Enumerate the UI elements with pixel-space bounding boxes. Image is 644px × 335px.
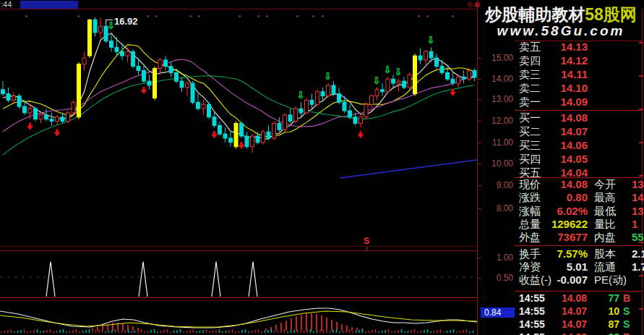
ask-row-price: 14.09 bbox=[539, 96, 588, 109]
bid-row-price: 14.08 bbox=[539, 111, 588, 124]
toolbar-dot-icon[interactable] bbox=[266, 15, 268, 17]
candle bbox=[359, 117, 363, 124]
tick-row[interactable]: 14:5514.0898B bbox=[519, 331, 644, 335]
bid-row[interactable]: 买二14.07 bbox=[519, 125, 642, 138]
panel-separator bbox=[515, 291, 643, 292]
drop-arrow-icon bbox=[211, 131, 218, 138]
candle bbox=[413, 56, 417, 94]
toolbar-dot-icon[interactable] bbox=[77, 15, 80, 17]
tick-row[interactable]: 14:5514.0710S bbox=[519, 305, 644, 317]
candle bbox=[272, 124, 276, 138]
candle bbox=[245, 136, 249, 147]
info-row: 涨跌0.80最高14 bbox=[519, 191, 644, 204]
ask-row[interactable]: 卖一14.09 bbox=[519, 96, 642, 109]
bid-row-price: 14.05 bbox=[539, 153, 588, 166]
drop-arrow-icon bbox=[54, 129, 61, 136]
selected-indicator-box[interactable] bbox=[20, 1, 78, 9]
toolbar-dot-icon[interactable] bbox=[155, 15, 158, 17]
price-axis-label: 15.00 bbox=[478, 53, 513, 63]
candle bbox=[77, 64, 81, 117]
toolbar-dot-icon[interactable] bbox=[452, 15, 454, 17]
tick-time: 14:55 bbox=[519, 305, 545, 317]
macd-yellow-line bbox=[0, 311, 477, 327]
candle bbox=[305, 100, 309, 113]
main-chart-canvas[interactable]: ⇩⇩⇩⇩⇩⇩⇩ bbox=[0, 0, 481, 335]
tick-side: S bbox=[623, 318, 630, 330]
macd-value-badge: 0.84 bbox=[481, 308, 515, 318]
price-axis-label: 13.00 bbox=[478, 94, 513, 104]
candle bbox=[180, 81, 184, 88]
tick-row[interactable]: 14:5514.0877B bbox=[519, 292, 644, 304]
price-axis-label: 8.00 bbox=[478, 203, 513, 213]
candle bbox=[435, 58, 439, 67]
candle bbox=[408, 75, 411, 88]
candle bbox=[223, 134, 227, 138]
info-row: 外盘73677内盘55 bbox=[519, 231, 644, 244]
candle bbox=[66, 113, 70, 122]
fin-row-label-2: 股本 bbox=[594, 247, 616, 260]
toolbar-dot-icon[interactable] bbox=[189, 15, 192, 17]
candle bbox=[110, 41, 113, 48]
axis-tick bbox=[477, 79, 481, 80]
fin-row-value: -0.007 bbox=[528, 273, 588, 287]
sell-arrow-icon: ⇩ bbox=[427, 35, 435, 46]
bid-row[interactable]: 买一14.08 bbox=[519, 111, 642, 124]
axis-tick bbox=[477, 99, 481, 100]
candle bbox=[364, 104, 368, 117]
candle bbox=[153, 69, 157, 98]
bid-row[interactable]: 买四14.05 bbox=[519, 153, 642, 166]
candle bbox=[457, 77, 460, 83]
toolbar-dot-icon[interactable] bbox=[198, 15, 200, 17]
toolbar-dot-icon[interactable] bbox=[147, 15, 149, 17]
tick-volume: 98 bbox=[593, 331, 619, 335]
candle bbox=[207, 104, 211, 117]
ask-row[interactable]: 卖五14.13 bbox=[519, 41, 642, 54]
tick-volume: 10 bbox=[593, 305, 619, 317]
trading-terminal: ⇩⇩⇩⇩⇩⇩⇩ :44 ◎▣ 16.92 S 0.84 炒股輔助教材58股网 w… bbox=[0, 0, 644, 335]
price-axis-label: 1.00 bbox=[478, 253, 513, 263]
candle bbox=[348, 111, 352, 117]
ask-row[interactable]: 卖三14.11 bbox=[519, 68, 642, 81]
axis-tick bbox=[477, 164, 481, 164]
toolbar-dot-icon[interactable] bbox=[418, 15, 420, 17]
bid-row-price: 14.07 bbox=[539, 125, 588, 138]
candle bbox=[175, 72, 179, 81]
axis-tick bbox=[477, 143, 481, 143]
ask-row[interactable]: 卖二14.10 bbox=[519, 82, 642, 95]
price-axis-label: 10.00 bbox=[478, 158, 513, 169]
toolbar-dot-icon[interactable] bbox=[312, 15, 314, 17]
sub-panel-bottom-border bbox=[0, 297, 478, 298]
brand-accent-text: 58股网 bbox=[585, 5, 637, 24]
candle bbox=[115, 47, 119, 51]
toolbar-dot-icon[interactable] bbox=[239, 15, 241, 17]
candle bbox=[212, 117, 216, 126]
candle bbox=[294, 109, 298, 122]
candle bbox=[191, 83, 194, 102]
tick-time: 14:55 bbox=[519, 331, 545, 335]
info-row-value: 6.02% bbox=[528, 205, 588, 218]
ask-row[interactable]: 卖四14.12 bbox=[519, 54, 642, 67]
drop-arrow-icon bbox=[141, 87, 147, 94]
toolbar-dot-icon[interactable] bbox=[426, 15, 429, 17]
fin-row-label-2: PE(动) bbox=[594, 273, 627, 287]
info-row-label-2: 今开 bbox=[594, 178, 616, 191]
candle bbox=[327, 85, 330, 96]
drop-arrow-icon bbox=[358, 131, 364, 138]
candle bbox=[72, 102, 75, 113]
toolbar-dot-icon[interactable] bbox=[257, 15, 259, 17]
toolbar-dot-icon[interactable] bbox=[322, 15, 324, 17]
toolbar-dot-icon[interactable] bbox=[296, 15, 299, 17]
candle bbox=[7, 94, 10, 101]
price-axis-label: 14.00 bbox=[478, 74, 513, 84]
tick-row[interactable]: 14:5514.0787S bbox=[519, 318, 644, 330]
candle bbox=[23, 106, 27, 113]
tick-side: B bbox=[623, 292, 630, 304]
bid-row[interactable]: 买三14.06 bbox=[519, 139, 642, 152]
website-url: www.58Gu.com bbox=[480, 23, 642, 39]
price-axis-label: 11.00 bbox=[478, 137, 513, 148]
candle bbox=[338, 94, 341, 103]
sell-arrow-icon: ⇩ bbox=[297, 90, 305, 101]
candle bbox=[93, 20, 97, 33]
toolbar-dot-icon[interactable] bbox=[25, 15, 27, 17]
chart-top-border bbox=[0, 9, 477, 9]
